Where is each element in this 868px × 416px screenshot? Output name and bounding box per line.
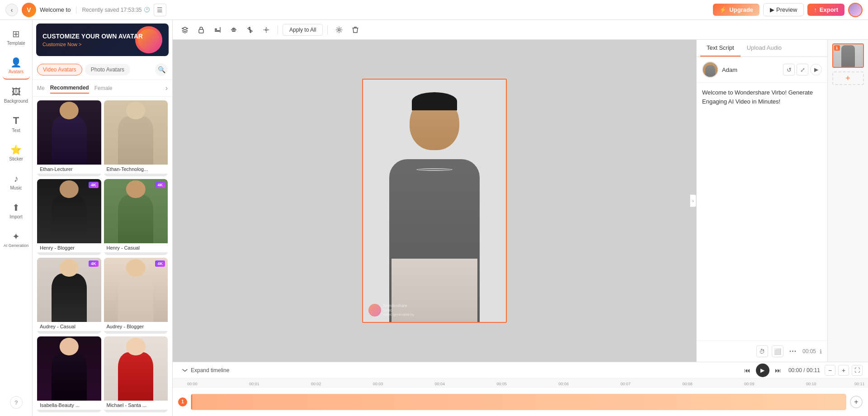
slide-thumbnail-1[interactable]: 1: [832, 43, 864, 68]
save-status: Recently saved 17:53:35 🕐: [82, 7, 150, 13]
avatar-card-ethan-tech[interactable]: Ethan-Technolog...: [104, 100, 168, 176]
top-nav: ‹ V Welcome to Recently saved 17:53:35 🕐…: [0, 0, 868, 20]
avatar-card-michael-santa[interactable]: Michael - Santa ...: [104, 336, 168, 412]
timeline-header: Expand timeline ⏮ ▶ ⏭ 00:00 / 00:11 − + …: [173, 362, 868, 378]
sticker-icon: ⭐: [10, 144, 22, 155]
storyboard-button[interactable]: ☰: [154, 4, 166, 16]
avatar-panel: CUSTOMIZE YOUR OWN AVATAR Customize Now …: [33, 20, 173, 416]
sidebar-item-text[interactable]: T Text: [3, 110, 30, 137]
lock-button[interactable]: [194, 23, 208, 37]
text-icon: T: [13, 115, 19, 127]
position-icon: [263, 26, 270, 33]
canvas-area[interactable]: Wondershare Virbo Video generated by ›: [173, 40, 696, 362]
avatar-card-isabella[interactable]: Isabella-Beauty ...: [37, 336, 101, 412]
app-logo: V: [22, 3, 36, 17]
sidebar-item-sticker[interactable]: ⭐ Sticker: [3, 139, 30, 166]
export-button[interactable]: ↑ Export: [807, 4, 844, 16]
canvas-avatar: [376, 91, 493, 322]
upgrade-icon: ⚡: [719, 6, 726, 13]
avatar-card-audrey-blogger[interactable]: 4K Audrey - Blogger: [104, 258, 168, 334]
customize-banner[interactable]: CUSTOMIZE YOUR OWN AVATAR Customize Now …: [36, 24, 169, 56]
export-icon: ↑: [814, 6, 817, 13]
avatar-display-name: Adam: [722, 66, 779, 73]
avatar-name-ethan-lecturer: Ethan-Lecturer: [37, 165, 101, 174]
tab-photo-avatars[interactable]: Photo Avatars: [85, 64, 131, 76]
banner-title: CUSTOMIZE YOUR OWN AVATAR: [42, 33, 143, 40]
filter-recommended[interactable]: Recommended: [50, 83, 89, 94]
avatar-name-audrey-casual: Audrey - Casual: [37, 322, 101, 331]
badge-4k-audrey-casual: 4K: [89, 260, 99, 267]
filter-me[interactable]: Me: [37, 83, 45, 93]
back-button[interactable]: ‹: [5, 4, 18, 16]
tab-video-avatars[interactable]: Video Avatars: [37, 64, 82, 76]
toolbar-divider2: [327, 25, 328, 34]
tl-play-button[interactable]: ▶: [756, 364, 769, 377]
timeline-scrubber[interactable]: [191, 394, 192, 410]
filter-female[interactable]: Female: [94, 83, 113, 93]
sidebar-item-ai-generation[interactable]: ✦ AI Generation: [3, 226, 30, 253]
svg-rect-0: [199, 29, 203, 33]
add-slide-button[interactable]: +: [832, 71, 864, 85]
canvas-right-content: Wondershare Virbo Video generated by › T…: [173, 40, 868, 362]
expand-timeline-button[interactable]: Expand timeline: [178, 365, 233, 375]
align-center-button[interactable]: [227, 23, 241, 37]
avatar-card-henry-blogger[interactable]: 4K Henry - Blogger: [37, 179, 101, 255]
preview-icon: ▶: [770, 6, 774, 13]
play-avatar-button[interactable]: ▶: [810, 64, 822, 76]
tab-upload-audio[interactable]: Upload Audio: [741, 40, 788, 57]
script-text-area[interactable]: Welcome to Wondershare Virbo! Generate E…: [697, 83, 827, 340]
sidebar-item-avatars[interactable]: 👤 Avatars: [3, 52, 30, 80]
avatar-card-audrey-casual[interactable]: 4K Audrey - Casual: [37, 258, 101, 334]
timeline-controls: ⏮ ▶ ⏭ 00:00 / 00:11 − + ⛶: [741, 364, 863, 377]
svg-rect-1: [215, 28, 217, 30]
canvas-watermark: Wondershare Virbo Video generated by: [368, 303, 414, 317]
refresh-avatar-button[interactable]: ↺: [783, 64, 795, 76]
position-button[interactable]: [259, 23, 273, 37]
avatar-name-henry-casual: Henry - Casual: [104, 243, 168, 252]
svg-rect-2: [215, 30, 220, 32]
caption-button[interactable]: ⬜: [772, 345, 783, 357]
tl-skip-forward-button[interactable]: ⏭: [772, 364, 784, 376]
apply-all-button[interactable]: Apply to All: [283, 24, 323, 36]
upgrade-button[interactable]: ⚡ Upgrade: [713, 4, 760, 16]
timeline-track-area: 1 +: [173, 388, 868, 416]
layers-button[interactable]: [178, 23, 192, 37]
svg-point-8: [338, 28, 340, 31]
settings-icon: [335, 26, 343, 33]
avatar-card-ethan-lecturer[interactable]: Ethan-Lecturer: [37, 100, 101, 176]
avatar-search-button[interactable]: 🔍: [155, 63, 168, 76]
clock-icon: 🕐: [144, 7, 150, 13]
align-center-icon: [230, 26, 237, 33]
timeline-add-button[interactable]: +: [850, 396, 863, 408]
expand-avatar-button[interactable]: ⤢: [797, 64, 808, 76]
tl-fullscreen-button[interactable]: ⛶: [852, 365, 863, 376]
nav-divider1: [76, 6, 76, 14]
sidebar-item-background[interactable]: 🖼 Background: [3, 81, 30, 109]
more-options-button[interactable]: ···: [787, 345, 799, 357]
tl-zoom-in-button[interactable]: +: [838, 365, 849, 376]
timeline-track[interactable]: [191, 394, 846, 410]
sidebar-item-template[interactable]: ⊞ Template: [3, 24, 30, 51]
sidebar-item-music[interactable]: ♪ Music: [3, 168, 30, 195]
preview-button[interactable]: ▶ Preview: [763, 3, 804, 16]
align-h-icon: [214, 26, 221, 33]
tab-text-script[interactable]: Text Script: [700, 40, 741, 57]
background-icon: 🖼: [12, 87, 21, 97]
sidebar-item-import[interactable]: ⬆ Import: [3, 197, 30, 224]
timer-button[interactable]: ⏱: [756, 345, 768, 357]
tl-zoom-out-button[interactable]: −: [825, 365, 835, 376]
avatar-card-henry-casual[interactable]: 4K Henry - Casual: [104, 179, 168, 255]
filter-next-icon[interactable]: ›: [165, 84, 168, 92]
panel-collapse-button[interactable]: ›: [690, 194, 696, 207]
user-avatar[interactable]: [848, 3, 863, 17]
banner-link: Customize Now >: [42, 42, 143, 47]
tl-skip-back-button[interactable]: ⏮: [741, 364, 753, 376]
flip-button[interactable]: [243, 23, 257, 37]
template-icon: ⊞: [12, 28, 20, 39]
align-h-button[interactable]: [211, 23, 224, 37]
help-button[interactable]: ?: [10, 396, 23, 409]
script-duration: 00:05: [802, 348, 816, 355]
slide-panel: 1 +: [827, 40, 868, 362]
delete-button[interactable]: [349, 23, 362, 37]
settings-button[interactable]: [332, 23, 346, 37]
